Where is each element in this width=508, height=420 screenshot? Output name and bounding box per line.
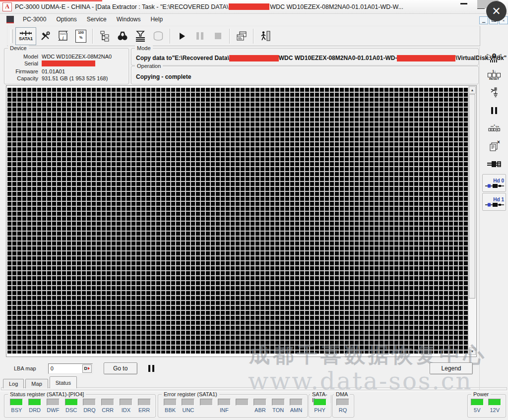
lba-map-label: LBA map [14, 365, 36, 371]
svg-text:×: × [497, 140, 500, 145]
device-caption: Device [8, 45, 29, 51]
toolbar-grip [10, 29, 13, 43]
scrollbar-thumb[interactable] [469, 94, 475, 299]
scroll-down-icon[interactable]: ▼ [469, 348, 476, 355]
hd1-button[interactable]: Hd 1 [482, 193, 506, 211]
tab-status[interactable]: Status [50, 376, 77, 388]
start-button[interactable] [173, 28, 191, 45]
windows-list-button[interactable] [233, 28, 251, 45]
map-scrollbar[interactable]: ▲ ▼ [468, 86, 476, 355]
reset-button[interactable]: 1↓ RESET [483, 66, 506, 84]
led-indicator [218, 399, 231, 406]
menu-pc3000[interactable]: PC-3000 [18, 15, 51, 24]
disk-image-button-disabled[interactable] [149, 28, 167, 45]
menu-options[interactable]: Options [51, 15, 81, 24]
drive-resources-button[interactable]: 100 % [72, 28, 90, 45]
title-redaction-bar [229, 3, 269, 10]
app-logo-icon: A [2, 2, 12, 11]
toolbar-separator [92, 29, 93, 44]
led-err: ERR [135, 399, 153, 413]
dma-panel: DMA RQ [332, 394, 354, 418]
led-12v: 12V [486, 399, 504, 413]
led-abr: ABR [251, 399, 269, 413]
scroll-up-icon[interactable]: ▲ [469, 86, 476, 94]
sata1-port-button[interactable]: SATA1 [15, 27, 36, 45]
led-unc: UNC [179, 399, 197, 413]
resources-100: 100 [76, 30, 86, 35]
sata-port-icon [19, 31, 32, 36]
led-indicator [164, 399, 177, 406]
led-indicator [47, 399, 60, 406]
tab-log[interactable]: Log [3, 379, 24, 388]
led-indicator [101, 399, 114, 406]
menu-service[interactable]: Service [82, 15, 112, 24]
exit-button[interactable] [256, 28, 274, 45]
sata2-panel: SATA-II PHY [309, 394, 331, 418]
hd1-drive-icon [485, 202, 504, 207]
head-test-button[interactable] [483, 84, 506, 102]
sector-map-grid[interactable] [7, 88, 469, 354]
minimize-button[interactable] [460, 3, 467, 4]
utility-settings-button[interactable] [36, 28, 54, 45]
led-amn: AMN [287, 399, 305, 413]
map-pause-icon[interactable] [148, 365, 154, 372]
stop-button-disabled[interactable] [209, 28, 227, 45]
led-ton: TON [269, 399, 287, 413]
operation-status: Copying - complete [136, 73, 191, 80]
goto-button[interactable]: Go to [104, 362, 137, 374]
led-indicator [28, 399, 41, 406]
legend-button[interactable]: Legend [430, 362, 473, 374]
model-label: Model [6, 54, 38, 60]
svg-text:*: * [494, 123, 495, 128]
led-indicator [65, 399, 78, 406]
close-overlay-button[interactable]: ✕ [486, 1, 507, 21]
pause-button-disabled[interactable] [191, 28, 209, 45]
mode-panel: Mode Copy data to"E:\Recovered Data\ WDC… [131, 48, 479, 65]
tab-map[interactable]: Map [25, 379, 48, 388]
menu-windows[interactable]: Windows [112, 15, 146, 24]
led-indicator [336, 399, 349, 406]
acoustic-control-button[interactable]: ▷0◁ [483, 48, 506, 66]
sata1-label: SATA1 [19, 36, 33, 41]
tools-icon [39, 30, 51, 42]
hd0-drive-icon [485, 183, 504, 188]
lba-controls: LBA map 0 D Go to [14, 362, 154, 374]
top-edge-red-sliver [0, 0, 102, 1]
cascade-windows-icon [235, 30, 248, 42]
capacity-label: Capacity [6, 75, 38, 81]
mdi-minimize-button[interactable]: ▁ [479, 16, 488, 24]
lba-input[interactable]: 0 D [48, 363, 93, 374]
connector-icon [487, 160, 502, 168]
toolbar-separator [229, 29, 230, 44]
hd0-button[interactable]: Hd 0 [482, 174, 506, 192]
dma-caption: DMA [334, 391, 350, 397]
mode-text-part1: Copy data to"E:\Recovered Data\ [136, 55, 229, 61]
sector-jump-button[interactable]: ** [483, 120, 506, 137]
toolbar-separator [170, 29, 171, 44]
soft-reset-pause-button[interactable] [483, 102, 506, 120]
led-indicator [10, 399, 23, 406]
firmware-value: 01.01A01 [42, 68, 127, 74]
drive-info-button[interactable]: 01101 i [54, 28, 72, 45]
main-toolbar: SATA1 01101 i 100 % [7, 26, 480, 46]
menu-help[interactable]: Help [145, 15, 168, 24]
led-crr: CRR [99, 399, 117, 413]
cancel-copies-button[interactable]: × [483, 137, 506, 155]
hd1-label: Hd 1 [493, 197, 504, 202]
search-button[interactable] [114, 28, 131, 45]
operation-panel: Operation Copying - complete [131, 66, 479, 84]
mode-text-part2: WDC WD10EZEX-08M2NA0-01.01A01-WD- [279, 55, 397, 61]
window-title: PC-3000 UDMA-E - CHINA - [Data Extractor… [15, 3, 403, 10]
task-tree-button[interactable] [96, 28, 114, 45]
cancel-pages-icon: × [488, 140, 501, 153]
tests-filter-button[interactable] [131, 28, 149, 45]
led-blank [233, 399, 251, 413]
led-bsy: BSY [7, 399, 26, 413]
led-indicator [254, 399, 266, 406]
status-register-caption: Status register (SATA1)-[PIO4] [8, 391, 86, 397]
led-drq: DRQ [80, 399, 99, 413]
lba-format-button[interactable]: D [82, 364, 92, 373]
acoustic-scale-icon [490, 60, 498, 62]
connector-button[interactable] [483, 155, 506, 173]
svg-text:i: i [62, 35, 64, 41]
